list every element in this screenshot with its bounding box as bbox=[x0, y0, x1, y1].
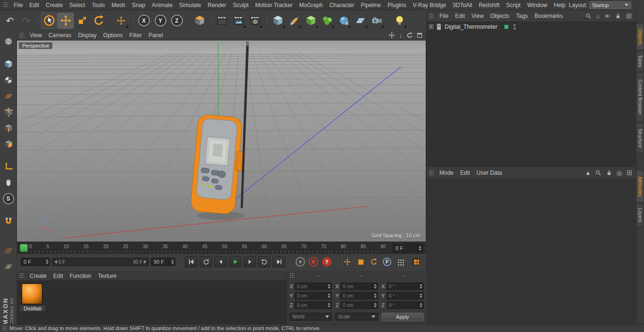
menu-select[interactable]: Select bbox=[66, 0, 88, 10]
polygons-mode-button[interactable] bbox=[2, 138, 15, 151]
menu-script[interactable]: Script bbox=[503, 0, 524, 10]
goto-start-button[interactable] bbox=[185, 256, 198, 267]
current-frame-field[interactable]: 0 F bbox=[393, 244, 423, 252]
object-manager-list[interactable]: Digital_Thermometer bbox=[427, 22, 636, 167]
enable-snap-button[interactable] bbox=[2, 215, 15, 228]
om-menu-file[interactable]: File bbox=[436, 11, 452, 21]
redo-button[interactable]: ↷ bbox=[18, 13, 34, 29]
space-dropdown[interactable]: World bbox=[289, 313, 332, 321]
viewport-menu-view[interactable]: View bbox=[26, 30, 45, 40]
menu-help[interactable]: Help bbox=[551, 0, 569, 10]
search-icon[interactable] bbox=[595, 170, 602, 176]
om-menu-tags[interactable]: Tags bbox=[513, 11, 531, 21]
home-icon[interactable]: ⌂ bbox=[596, 13, 600, 20]
points-mode-button[interactable] bbox=[2, 105, 15, 119]
rot-x-stepper[interactable] bbox=[418, 283, 423, 290]
material-list[interactable]: Distillati bbox=[17, 281, 287, 324]
add-volume-button[interactable] bbox=[319, 13, 335, 29]
menubar-grip[interactable] bbox=[3, 2, 8, 8]
visibility-dots[interactable] bbox=[513, 24, 516, 30]
range-left-handle-icon[interactable] bbox=[54, 260, 57, 264]
tab-objects[interactable]: Objects bbox=[636, 24, 644, 50]
render-picture-viewer-button[interactable] bbox=[231, 13, 247, 29]
axis-mode-button[interactable] bbox=[2, 160, 15, 173]
am-menu-user-data[interactable]: User Data bbox=[473, 168, 505, 178]
rot-z-field[interactable]: 0 ° bbox=[387, 301, 424, 309]
menu-plugins[interactable]: Plugins bbox=[384, 0, 409, 10]
rotate-view-icon[interactable] bbox=[406, 32, 413, 39]
menu-mesh[interactable]: Mesh bbox=[108, 0, 128, 10]
add-subdivision-surface-button[interactable] bbox=[303, 13, 319, 29]
camera-label[interactable]: Perspective bbox=[19, 42, 52, 49]
search-icon[interactable] bbox=[585, 13, 592, 19]
lock-x-axis-button[interactable]: X bbox=[136, 13, 152, 29]
lock-z-axis-button[interactable]: Z bbox=[169, 13, 185, 29]
size-z-stepper[interactable] bbox=[372, 302, 378, 308]
om-menu-objects[interactable]: Objects bbox=[487, 11, 513, 21]
material-menu-grip[interactable] bbox=[19, 273, 24, 279]
expand-icon[interactable] bbox=[429, 24, 433, 29]
viewport-canvas[interactable]: Y X Z bbox=[17, 40, 426, 242]
keyframe-selection-button[interactable] bbox=[411, 256, 422, 267]
apply-button[interactable]: Apply bbox=[381, 313, 424, 321]
record-button[interactable] bbox=[296, 257, 305, 267]
add-panel-icon[interactable] bbox=[626, 170, 633, 176]
key-parameter-toggle[interactable]: P bbox=[381, 256, 393, 267]
planar-workplane-button[interactable] bbox=[2, 260, 15, 273]
viewport-menu-options[interactable]: Options bbox=[100, 30, 126, 40]
viewport-menu-filter[interactable]: Filter bbox=[126, 30, 145, 40]
pos-x-stepper[interactable] bbox=[326, 283, 331, 290]
lock-icon[interactable] bbox=[606, 170, 612, 176]
rot-z-stepper[interactable] bbox=[418, 302, 423, 308]
tab-content-browser[interactable]: Content Browser bbox=[636, 73, 644, 121]
mode-dropdown[interactable]: Scale bbox=[335, 313, 378, 321]
key-rotation-toggle[interactable] bbox=[368, 256, 380, 267]
rot-y-field[interactable]: 0 ° bbox=[387, 292, 424, 300]
pos-y-field[interactable]: 0 cm bbox=[295, 292, 332, 300]
end-frame-stepper[interactable] bbox=[170, 258, 175, 266]
am-menu-edit[interactable]: Edit bbox=[457, 168, 473, 178]
editor-visibility-dot[interactable] bbox=[513, 24, 516, 26]
size-z-field[interactable]: 0 cm bbox=[340, 301, 378, 309]
material-menu-texture[interactable]: Texture bbox=[95, 271, 120, 281]
tweak-mode-button[interactable] bbox=[2, 176, 15, 189]
pos-x-field[interactable]: 0 cm bbox=[295, 283, 332, 290]
rotate-tool-button[interactable] bbox=[91, 13, 107, 29]
start-frame-field[interactable]: 0 F bbox=[21, 258, 50, 266]
menu-motion-tracker[interactable]: Motion Tracker bbox=[252, 0, 296, 10]
scale-tool-button[interactable] bbox=[74, 13, 90, 29]
add-camera-button[interactable] bbox=[369, 13, 385, 29]
layout-dropdown[interactable]: Startup bbox=[589, 1, 631, 9]
tab-structure[interactable]: Structure bbox=[636, 123, 644, 153]
eye-icon[interactable] bbox=[604, 13, 611, 19]
end-frame-field[interactable]: 90 F bbox=[151, 258, 175, 266]
undo-button[interactable]: ↶ bbox=[2, 13, 18, 29]
menu-window[interactable]: Window bbox=[524, 0, 551, 10]
menu-redshift[interactable]: Redshift bbox=[475, 0, 503, 10]
key-position-toggle[interactable] bbox=[342, 256, 353, 267]
am-menu-mode[interactable]: Mode bbox=[436, 168, 457, 178]
edges-mode-button[interactable] bbox=[2, 121, 15, 135]
viewport-menu-panel[interactable]: Panel bbox=[145, 30, 166, 40]
target-icon[interactable]: ◎ bbox=[617, 170, 622, 177]
om-menu-view[interactable]: View bbox=[468, 11, 487, 21]
menu-render[interactable]: Render bbox=[205, 0, 230, 10]
maximize-view-icon[interactable] bbox=[417, 33, 422, 38]
material-name[interactable]: Distillati bbox=[20, 306, 45, 311]
workplane-lock-button[interactable] bbox=[2, 244, 15, 257]
render-visibility-dot[interactable] bbox=[513, 27, 516, 30]
current-frame-marker[interactable] bbox=[20, 244, 28, 252]
dolly-view-icon[interactable]: ↕ bbox=[399, 32, 403, 39]
tab-attributes[interactable]: Attributes bbox=[636, 170, 644, 202]
play-button[interactable] bbox=[229, 256, 241, 267]
viewport-menu-cameras[interactable]: Cameras bbox=[45, 30, 75, 40]
menu-vray-bridge[interactable]: V-Ray Bridge bbox=[409, 0, 449, 10]
menu-mograph[interactable]: MoGraph bbox=[296, 0, 326, 10]
menu-sculpt[interactable]: Sculpt bbox=[230, 0, 252, 10]
render-view-button[interactable] bbox=[214, 13, 230, 29]
menu-snap[interactable]: Snap bbox=[129, 0, 149, 10]
material-menu-function[interactable]: Function bbox=[66, 271, 95, 281]
add-floor-button[interactable] bbox=[352, 13, 368, 29]
play-backwards-button[interactable] bbox=[199, 256, 212, 267]
material-menu-create[interactable]: Create bbox=[26, 271, 50, 281]
